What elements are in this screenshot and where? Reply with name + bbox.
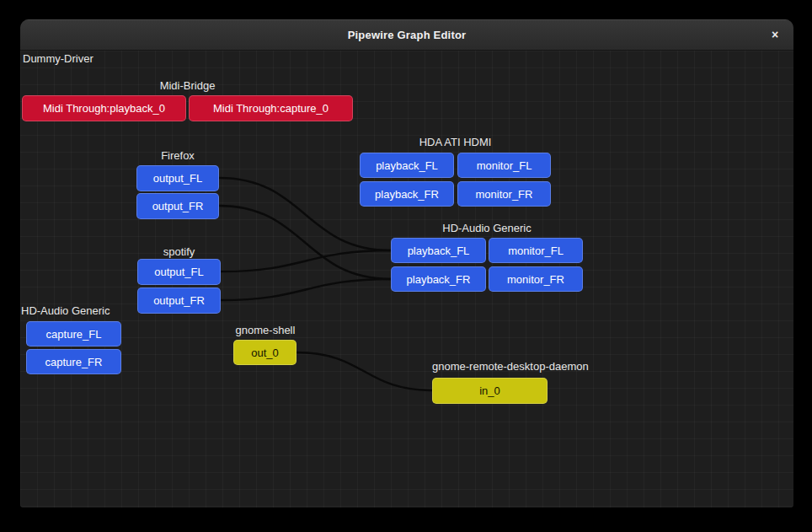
link-firefox-output_FR-to-hd-audio-generic-playback_FR[interactable] <box>219 206 391 279</box>
node-label-hd-audio-generic-in[interactable]: HD-Audio Generic <box>21 304 190 317</box>
port-gnome-shell-out_0[interactable]: out_0 <box>233 340 296 365</box>
port-hd-audio-generic-out-playback_FL[interactable]: playback_FL <box>391 238 486 263</box>
node-label-spotify[interactable]: spotify <box>137 245 221 258</box>
port-hd-audio-generic-in-capture_FR[interactable]: capture_FR <box>26 349 121 374</box>
port-firefox-output_FR[interactable]: output_FR <box>136 193 219 219</box>
port-hd-audio-generic-out-monitor_FL[interactable]: monitor_FL <box>489 238 583 263</box>
link-gnome-shell-out_0-to-gnome-remote-desktop-daemon-in_0[interactable] <box>296 352 432 390</box>
window-title: Pipewire Graph Editor <box>348 29 467 41</box>
link-spotify-output_FL-to-hd-audio-generic-playback_FL[interactable] <box>221 250 391 271</box>
port-hda-ati-hdmi-monitor_FL[interactable]: monitor_FL <box>457 153 551 178</box>
close-button[interactable]: × <box>765 24 785 45</box>
port-hda-ati-hdmi-monitor_FR[interactable]: monitor_FR <box>457 181 551 207</box>
link-spotify-output_FR-to-hd-audio-generic-playback_FR[interactable] <box>221 279 391 300</box>
port-spotify-output_FL[interactable]: output_FL <box>137 259 221 285</box>
port-hd-audio-generic-in-capture_FL[interactable]: capture_FL <box>26 321 121 347</box>
port-hda-ati-hdmi-playback_FL[interactable]: playback_FL <box>360 153 454 178</box>
graph-canvas[interactable]: Dummy-DriverMidi-BridgeMidi Through:play… <box>20 51 793 508</box>
node-label-hda-ati-hdmi[interactable]: HDA ATI HDMI <box>360 136 551 148</box>
port-gnome-remote-desktop-daemon-in_0[interactable]: in_0 <box>432 378 548 404</box>
node-label-firefox[interactable]: Firefox <box>136 149 219 162</box>
node-label-hd-audio-generic-out[interactable]: HD-Audio Generic <box>391 222 583 234</box>
port-hd-audio-generic-out-playback_FR[interactable]: playback_FR <box>391 266 486 292</box>
port-midi-bridge-Midi Through:playback_0[interactable]: Midi Through:playback_0 <box>22 95 186 121</box>
port-firefox-output_FL[interactable]: output_FL <box>136 165 219 191</box>
node-label-midi-bridge[interactable]: Midi-Bridge <box>22 79 353 92</box>
window-titlebar[interactable]: Pipewire Graph Editor × <box>20 19 793 51</box>
node-label-dummy-driver[interactable]: Dummy-Driver <box>23 52 191 65</box>
node-label-gnome-shell[interactable]: gnome-shell <box>202 324 329 336</box>
port-midi-bridge-Midi Through:capture_0[interactable]: Midi Through:capture_0 <box>189 95 353 121</box>
port-hda-ati-hdmi-playback_FR[interactable]: playback_FR <box>360 181 454 207</box>
node-label-gnome-remote-desktop-daemon[interactable]: gnome-remote-desktop-daemon <box>432 360 626 373</box>
app-window: Pipewire Graph Editor × Dummy-DriverMidi… <box>20 19 793 508</box>
port-hd-audio-generic-out-monitor_FR[interactable]: monitor_FR <box>489 266 583 292</box>
